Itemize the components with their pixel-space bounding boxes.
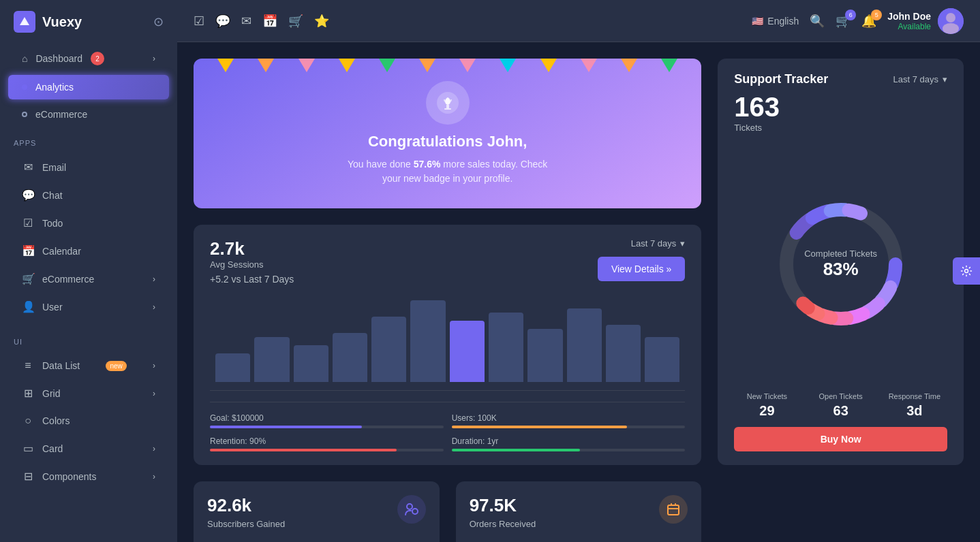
- response-time-value: 3d: [882, 403, 947, 419]
- language-label: English: [767, 16, 799, 27]
- chat-icon: 💬: [22, 189, 34, 202]
- bunting-orange: [258, 59, 274, 72]
- analytics-label: Analytics: [35, 82, 74, 93]
- user-status: Available: [887, 22, 931, 31]
- sidebar-item-dashboard[interactable]: ⌂ Dashboard 2 ›: [8, 45, 169, 72]
- sidebar-item-todo[interactable]: ☑ Todo: [8, 210, 169, 236]
- sidebar-gear-icon[interactable]: ⊙: [153, 14, 164, 29]
- view-details-button[interactable]: View Details »: [598, 257, 685, 281]
- search-icon[interactable]: 🔍: [810, 14, 825, 29]
- bunting-green: [379, 59, 395, 72]
- sidebar-item-card[interactable]: ▭ Card ›: [8, 435, 169, 462]
- components-chevron-icon: ›: [153, 472, 155, 481]
- goal-metric: Goal: $100000: [210, 413, 444, 428]
- home-icon: ⌂: [22, 53, 27, 64]
- donut-label: Completed Tickets 83%: [804, 249, 877, 280]
- duration-progress-fill: [452, 449, 580, 451]
- support-tracker-card: Support Tracker Last 7 days ▾ 163 Ticket…: [718, 59, 964, 465]
- trophy-icon: [426, 81, 470, 125]
- ecommerce-label: eCommerce: [35, 109, 87, 120]
- bar-1: [254, 337, 289, 382]
- dashboard-chevron-icon: ›: [153, 54, 155, 63]
- sessions-footer: Goal: $100000 Users: 100K Retention: 90%: [210, 402, 685, 451]
- sidebar-item-analytics[interactable]: Analytics: [8, 75, 169, 99]
- list-icon: ≡: [22, 360, 34, 372]
- settings-fab[interactable]: [953, 257, 980, 285]
- topbar-mail-icon[interactable]: ✉: [241, 14, 251, 29]
- bar-10: [606, 325, 641, 382]
- sessions-change-value: +5.2: [210, 274, 229, 285]
- components-icon: ⊟: [22, 470, 34, 483]
- retention-progress-fill: [210, 449, 397, 451]
- sidebar-item-email[interactable]: ✉ Email: [8, 154, 169, 180]
- congrats-bold: 57.6%: [414, 159, 441, 170]
- tickets-value: 163: [734, 92, 947, 123]
- sidebar-item-chat[interactable]: 💬 Chat: [8, 182, 169, 208]
- sidebar-item-ecommerce-app[interactable]: 🛒 eCommerce ›: [8, 266, 169, 292]
- datalist-chevron-icon: ›: [153, 361, 155, 370]
- open-tickets-metric: Open Tickets 63: [808, 392, 874, 419]
- topbar-calendar-icon[interactable]: 📅: [262, 14, 277, 29]
- goal-label: Goal: $100000: [210, 413, 444, 423]
- buy-now-label: Buy Now: [821, 434, 861, 445]
- duration-progress-bg: [452, 449, 686, 451]
- sidebar-item-calendar[interactable]: 📅 Calendar: [8, 238, 169, 264]
- bar-3: [333, 333, 367, 382]
- svg-rect-8: [668, 505, 679, 515]
- goal-progress-bg: [210, 426, 444, 428]
- duration-label: Duration: 1yr: [452, 436, 686, 446]
- user-icon: 👤: [22, 300, 34, 313]
- subscribers-value: 92.6k: [207, 495, 285, 516]
- sidebar-item-components[interactable]: ⊟ Components ›: [8, 463, 169, 490]
- logo: Vuexy: [14, 11, 82, 33]
- bar-6: [450, 321, 485, 382]
- sessions-period-select[interactable]: Last 7 days ▾: [631, 238, 686, 249]
- dashboard-label: Dashboard: [35, 53, 82, 64]
- grid-icon: ⊞: [22, 387, 34, 400]
- view-details-label: View Details »: [611, 264, 671, 274]
- topbar-star-icon[interactable]: ⭐: [314, 14, 329, 29]
- users-metric: Users: 100K: [452, 413, 686, 428]
- support-period-select[interactable]: Last 7 days ▾: [893, 74, 947, 84]
- support-period-label: Last 7 days: [893, 74, 938, 84]
- topbar-cart-icon[interactable]: 🛒: [288, 14, 303, 29]
- avatar: [938, 8, 964, 34]
- sidebar-header: Vuexy ⊙: [0, 0, 177, 44]
- svg-rect-5: [444, 108, 451, 110]
- open-tickets-value: 63: [808, 403, 874, 419]
- support-header: Support Tracker Last 7 days ▾: [734, 72, 947, 86]
- bar-0: [215, 353, 250, 382]
- ui-section: UI ≡ Data List new › ⊞ Grid › ○ Colors ▭…: [0, 327, 177, 496]
- bar-2: [294, 345, 328, 382]
- user-profile[interactable]: John Doe Available: [887, 8, 964, 34]
- sessions-value: 2.7k: [210, 238, 294, 259]
- donut-chart-container: Completed Tickets 83%: [734, 152, 947, 376]
- sidebar-item-user[interactable]: 👤 User ›: [8, 293, 169, 320]
- language-selector[interactable]: 🇺🇸 English: [752, 16, 799, 27]
- sessions-card: 2.7k Avg Sessions +5.2 vs Last 7 Days La…: [194, 225, 701, 465]
- svg-point-22: [965, 270, 968, 273]
- congrats-text: You have done 57.6% more sales today. Ch…: [339, 157, 557, 186]
- congrats-text-before: You have done: [348, 159, 414, 170]
- user-text: John Doe Available: [887, 11, 931, 31]
- buy-now-button[interactable]: Buy Now: [734, 427, 947, 451]
- svg-point-2: [943, 23, 959, 34]
- sidebar-item-datalist[interactable]: ≡ Data List new ›: [8, 353, 169, 379]
- svg-rect-4: [446, 105, 449, 108]
- bar-8: [527, 329, 562, 382]
- sidebar-item-grid[interactable]: ⊞ Grid ›: [8, 380, 169, 406]
- sidebar-item-ecommerce[interactable]: eCommerce: [8, 102, 169, 127]
- sidebar-item-colors[interactable]: ○ Colors: [8, 408, 169, 434]
- retention-progress-bg: [210, 449, 444, 451]
- orders-card: 97.5K Orders Received: [456, 481, 702, 542]
- notifications-action[interactable]: 🔔 5: [861, 14, 876, 29]
- topbar-check-icon[interactable]: ☑: [194, 14, 204, 29]
- tickets-info: 163 Tickets: [734, 92, 947, 136]
- chevron-icon: ›: [153, 274, 155, 284]
- topbar-chat-icon[interactable]: 💬: [215, 14, 230, 29]
- tickets-label: Tickets: [734, 123, 947, 133]
- sidebar: Vuexy ⊙ ⌂ Dashboard 2 › Analytics eComme…: [0, 0, 177, 542]
- cart-action[interactable]: 🛒 6: [836, 14, 851, 29]
- subscribers-header: 92.6k Subscribers Gained: [207, 495, 426, 529]
- sessions-period-label: Last 7 days: [631, 238, 677, 249]
